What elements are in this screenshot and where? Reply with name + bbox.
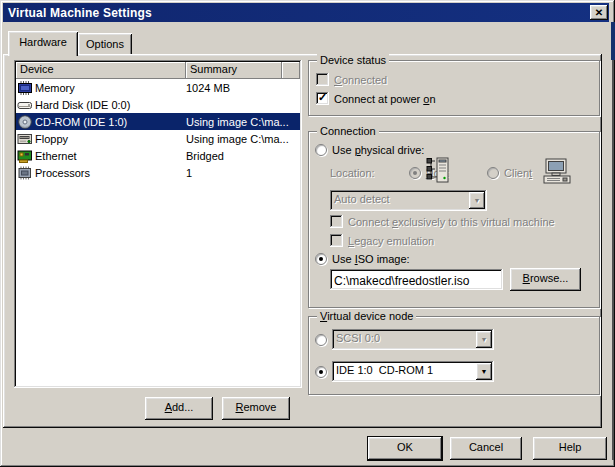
connect-power-on-checkbox[interactable]: ✓ [316,92,329,105]
device-name: CD-ROM (IDE 1:0) [35,116,127,128]
client-row: Client [487,167,532,179]
exclusive-checkbox [330,215,343,228]
host-radio [409,167,421,179]
connection-group-title: Connection [317,124,379,138]
device-status-group: Device status [308,60,600,116]
legacy-emulation-checkbox [330,234,343,247]
device-row-floppy[interactable]: Floppy Using image C:\ma... [16,130,300,147]
tab-hardware[interactable]: Hardware [8,31,78,56]
device-summary: Bridged [186,150,300,162]
close-icon: ✕ [595,7,603,18]
label-part: dd... [172,401,193,413]
connect-power-on-checkbox-row: ✓ Connect at power on [316,92,436,105]
device-row-cdrom[interactable]: CD-ROM (IDE 1:0) Using image C:\ma... [16,113,300,130]
connect-power-on-label: Connect at power on [334,93,436,105]
label-part: emove [243,401,276,413]
device-list: Device Summary Memory 1024 MB [14,60,302,388]
label-part: SO image: [358,253,410,265]
button-label: Help [559,441,582,453]
scsi-node-select-value: SCSI 0:0 [336,332,380,344]
device-row-processors[interactable]: Processors 1 [16,164,300,181]
ok-button[interactable]: OK [368,437,442,460]
tab-label: Hardware [19,36,67,48]
floppy-icon [17,131,33,147]
ethernet-icon [17,148,33,164]
client-label: Client [504,167,532,179]
physical-drive-select: Auto detect ▼ [330,190,487,211]
device-row-hard-disk[interactable]: Hard Disk (IDE 0:0) [16,96,300,113]
connected-checkbox [316,73,329,86]
device-status-group-title: Device status [317,53,389,67]
client-radio [487,167,499,179]
button-label: Browse... [523,272,569,284]
device-name: Memory [35,82,75,94]
label-part: C [334,74,342,86]
use-iso-image-label: Use ISO image: [332,253,410,265]
help-button[interactable]: Help [533,437,607,460]
close-button[interactable]: ✕ [590,5,608,20]
label-part: Clien [504,167,529,179]
use-iso-image-row: Use ISO image: [315,253,410,265]
legacy-emulation-label: Legacy emulation [348,235,434,247]
label-part: Connect [348,216,392,228]
label-part: hysical drive: [361,144,425,156]
cancel-button[interactable]: Cancel [450,437,522,460]
cdrom-icon [17,114,33,130]
device-row-memory[interactable]: Memory 1024 MB [16,79,300,96]
ide-node-radio[interactable] [315,366,327,378]
label-part: B [523,272,530,284]
use-iso-image-radio[interactable] [315,253,327,265]
chevron-down-icon: ▼ [476,363,492,380]
exclusive-label: Connect exclusively to this virtual mach… [348,216,555,228]
hardware-tab-page: Device Summary Memory 1024 MB [3,54,602,428]
host-drive-icon [424,156,454,186]
tab-options[interactable]: Options [78,33,132,55]
check-icon: ✓ [318,92,327,103]
button-label: Remove [236,401,277,413]
column-header-summary[interactable]: Summary [186,62,282,79]
memory-icon [17,80,33,96]
use-physical-drive-row: Use physical drive: [315,144,424,156]
label-part: A [165,401,172,413]
tab-label: Options [86,38,124,50]
device-list-header: Device Summary [16,62,300,79]
device-row-ethernet[interactable]: Ethernet Bridged [16,147,300,164]
label-part: rowse... [530,272,569,284]
exclusive-checkbox-row: Connect exclusively to this virtual mach… [330,215,555,228]
physical-drive-select-value: Auto detect [334,193,390,205]
iso-path-input[interactable] [330,269,503,290]
client-computer-icon [542,158,574,186]
processor-icon [17,165,33,181]
scsi-node-radio[interactable] [315,334,327,346]
column-header-spacer [282,62,300,79]
hard-disk-icon [17,97,33,113]
device-name: Processors [35,167,90,179]
device-name: Floppy [35,133,68,145]
button-label: OK [397,441,413,453]
add-button[interactable]: Add... [145,397,213,420]
column-header-device[interactable]: Device [16,62,186,79]
device-summary: 1024 MB [186,82,300,94]
virtual-device-node-group: Virtual device node [308,316,600,395]
connected-checkbox-row: Connected [316,73,387,86]
chevron-down-icon: ▼ [476,331,492,348]
ide-node-select[interactable]: IDE 1:0 CD-ROM 1 ▼ [332,361,494,382]
remove-button[interactable]: Remove [222,397,290,420]
button-label: Cancel [469,441,503,453]
device-summary: Using image C:\ma... [186,116,300,128]
device-name: Hard Disk (IDE 0:0) [35,99,130,111]
ide-node-select-value: IDE 1:0 CD-ROM 1 [336,364,433,376]
window-title: Virtual Machine Settings [8,6,152,20]
window-edge-artifact [612,60,614,460]
label-part: onnected [342,74,387,86]
title-bar[interactable]: Virtual Machine Settings [3,3,609,22]
browse-button[interactable]: Browse... [510,268,581,291]
device-summary: Using image C:\ma... [186,133,300,145]
button-label: Add... [165,401,194,413]
label-part: n [429,93,435,105]
label-part: xclusively to this virtual machine [398,216,555,228]
use-physical-drive-label: Use physical drive: [332,144,424,156]
scsi-node-select: SCSI 0:0 ▼ [332,329,494,350]
device-summary: 1 [186,167,300,179]
use-physical-drive-radio[interactable] [315,144,327,156]
